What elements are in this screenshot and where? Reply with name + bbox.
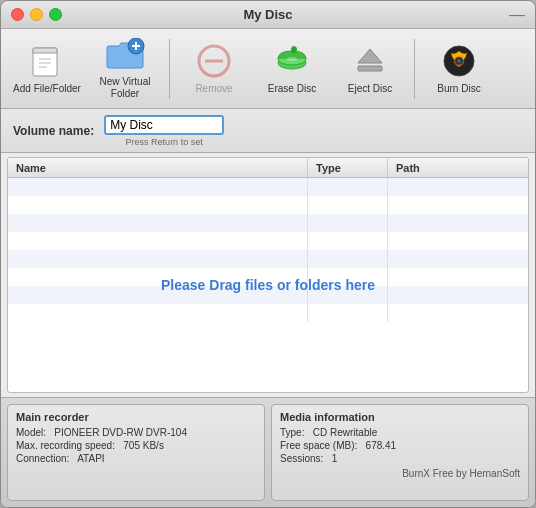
toolbar-separator-1 — [169, 39, 170, 99]
sessions-label: Sessions: — [280, 453, 323, 464]
burn-disc-button[interactable]: Burn Disc — [421, 34, 497, 104]
close-button[interactable] — [11, 8, 24, 21]
minimize-button[interactable] — [30, 8, 43, 21]
add-file-folder-icon — [27, 43, 67, 79]
svg-rect-14 — [358, 66, 382, 71]
connection-label: Connection: — [16, 453, 69, 464]
bottom-panels: Main recorder Model: PIONEER DVD-RW DVR-… — [1, 397, 535, 507]
col-header-path: Path — [388, 158, 528, 177]
new-virtual-folder-icon — [105, 38, 145, 72]
table-header: Name Type Path — [8, 158, 528, 178]
svg-point-17 — [458, 59, 461, 62]
speed-value: 705 KB/s — [123, 440, 164, 451]
volume-hint: Press Return to set — [126, 137, 203, 147]
erase-disc-icon — [272, 43, 312, 79]
model-label: Model: — [16, 427, 46, 438]
table-row — [8, 214, 528, 232]
volume-name-input[interactable] — [104, 115, 224, 135]
media-type-label: Type: — [280, 427, 304, 438]
model-value: PIONEER DVD-RW DVR-104 — [54, 427, 187, 438]
burn-disc-icon — [439, 43, 479, 79]
svg-marker-13 — [358, 49, 382, 63]
volume-name-label: Volume name: — [13, 124, 94, 138]
table-body: Please Drag files or folders here — [8, 178, 528, 392]
erase-disc-button[interactable]: Erase Disc — [254, 34, 330, 104]
remove-icon — [194, 43, 234, 79]
main-window: My Disc — Add File/Folder — [0, 0, 536, 508]
window-controls — [11, 8, 62, 21]
add-file-folder-button[interactable]: Add File/Folder — [9, 34, 85, 104]
table-row — [8, 268, 528, 286]
table-row — [8, 232, 528, 250]
connection-value: ATAPI — [77, 453, 104, 464]
svg-point-12 — [287, 57, 297, 61]
new-virtual-folder-button[interactable]: New Virtual Folder — [87, 34, 163, 104]
remove-button[interactable]: Remove — [176, 34, 252, 104]
media-info-title: Media information — [280, 411, 520, 423]
media-type: Type: CD Rewritable — [280, 427, 520, 438]
free-space-value: 678.41 — [366, 440, 397, 451]
free-space-label: Free space (MB): — [280, 440, 357, 451]
eject-disc-button[interactable]: Eject Disc — [332, 34, 408, 104]
table-row — [8, 304, 528, 322]
burn-disc-label: Burn Disc — [437, 83, 480, 95]
media-sessions: Sessions: 1 — [280, 453, 520, 464]
volume-input-wrap: Press Return to set — [104, 115, 224, 147]
window-title: My Disc — [243, 7, 292, 22]
remove-label: Remove — [195, 83, 232, 95]
col-header-type: Type — [308, 158, 388, 177]
recorder-model: Model: PIONEER DVD-RW DVR-104 — [16, 427, 256, 438]
media-type-value: CD Rewritable — [313, 427, 377, 438]
table-row — [8, 196, 528, 214]
toolbar-separator-2 — [414, 39, 415, 99]
recorder-connection: Connection: ATAPI — [16, 453, 256, 464]
file-table: Name Type Path — [7, 157, 529, 393]
table-row — [8, 286, 528, 304]
erase-disc-label: Erase Disc — [268, 83, 316, 95]
volume-area: Volume name: Press Return to set — [1, 109, 535, 153]
speed-label: Max. recording speed: — [16, 440, 115, 451]
main-recorder-panel: Main recorder Model: PIONEER DVD-RW DVR-… — [7, 404, 265, 501]
recorder-speed: Max. recording speed: 705 KB/s — [16, 440, 256, 451]
table-row — [8, 250, 528, 268]
burnx-credit: BurnX Free by HernanSoft — [280, 468, 520, 479]
toolbar: Add File/Folder New Virtual Folder — [1, 29, 535, 109]
col-header-name: Name — [8, 158, 308, 177]
media-free-space: Free space (MB): 678.41 — [280, 440, 520, 451]
eject-disc-label: Eject Disc — [348, 83, 392, 95]
collapse-button[interactable]: — — [509, 6, 525, 24]
main-recorder-title: Main recorder — [16, 411, 256, 423]
table-row — [8, 178, 528, 196]
title-bar: My Disc — — [1, 1, 535, 29]
new-virtual-folder-label: New Virtual Folder — [91, 76, 159, 100]
sessions-value: 1 — [332, 453, 338, 464]
svg-rect-1 — [33, 48, 57, 53]
eject-disc-icon — [350, 43, 390, 79]
media-info-panel: Media information Type: CD Rewritable Fr… — [271, 404, 529, 501]
add-file-folder-label: Add File/Folder — [13, 83, 81, 95]
maximize-button[interactable] — [49, 8, 62, 21]
